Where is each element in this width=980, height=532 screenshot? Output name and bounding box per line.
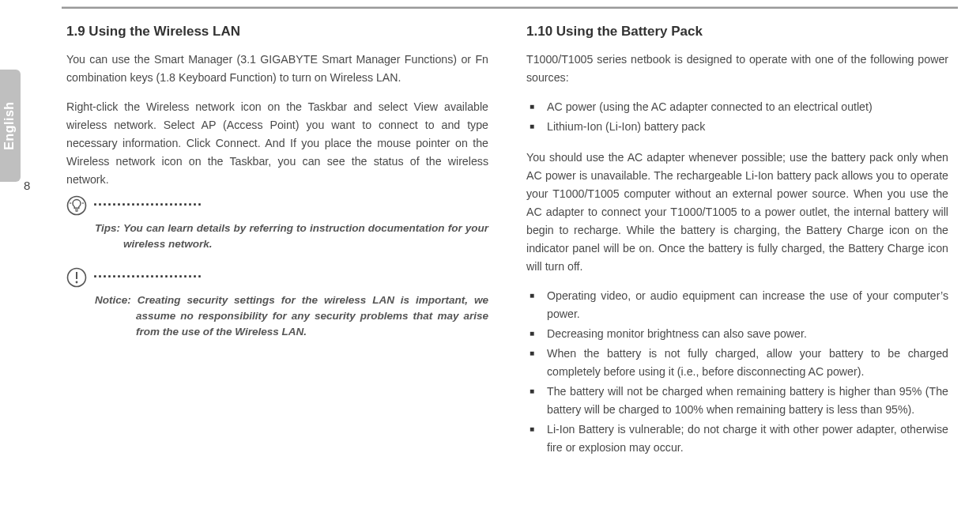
- list-item: Operating video, or audio equipment can …: [547, 287, 948, 323]
- battery-notes-list: Operating video, or audio equipment can …: [526, 287, 948, 457]
- callout-dots: .......................: [93, 266, 488, 280]
- tip-message: You can learn details by referring to in…: [123, 222, 488, 250]
- language-tab-label: English: [2, 101, 17, 149]
- list-item: Decreasing monitor brightness can also s…: [547, 325, 948, 343]
- list-item: AC power (using the AC adapter connected…: [547, 98, 948, 116]
- tip-label: Tips:: [95, 222, 123, 234]
- list-item: When the battery is not fully charged, a…: [547, 345, 948, 381]
- page-number: 8: [24, 179, 30, 192]
- tip-text: Tips: You can learn details by referring…: [95, 221, 488, 253]
- left-column: 1.9 Using the Wireless LAN You can use t…: [66, 24, 488, 524]
- paragraph: T1000/T1005 series netbook is designed t…: [526, 51, 948, 87]
- top-rule: [62, 6, 958, 9]
- notice-label: Notice:: [95, 294, 138, 306]
- right-column: 1.10 Using the Battery Pack T1000/T1005 …: [526, 24, 948, 524]
- power-sources-list: AC power (using the AC adapter connected…: [526, 98, 948, 136]
- language-tab: English: [0, 70, 21, 182]
- svg-point-7: [76, 281, 78, 283]
- page-content: 1.9 Using the Wireless LAN You can use t…: [66, 24, 948, 524]
- paragraph: You should use the AC adapter whenever p…: [526, 149, 948, 276]
- list-item: The battery will not be charged when rem…: [547, 383, 948, 419]
- tip-callout: .......................: [66, 194, 488, 216]
- paragraph: Right-click the Wireless network icon on…: [66, 98, 488, 189]
- list-item: Li-Ion Battery is vulnerable; do not cha…: [547, 421, 948, 457]
- notice-text: Notice: Creating security settings for t…: [95, 292, 488, 341]
- notice-callout: .......................: [66, 266, 488, 288]
- lightbulb-icon: [66, 195, 87, 216]
- section-heading-battery-pack: 1.10 Using the Battery Pack: [526, 24, 948, 40]
- alert-icon: [66, 267, 87, 288]
- callout-dots: .......................: [93, 194, 488, 208]
- paragraph: You can use the Smart Manager (3.1 GIGAB…: [66, 51, 488, 87]
- list-item: Lithium-Ion (Li-Ion) battery pack: [547, 118, 948, 136]
- section-heading-wireless-lan: 1.9 Using the Wireless LAN: [66, 24, 488, 40]
- notice-message: Creating security settings for the wirel…: [136, 294, 488, 338]
